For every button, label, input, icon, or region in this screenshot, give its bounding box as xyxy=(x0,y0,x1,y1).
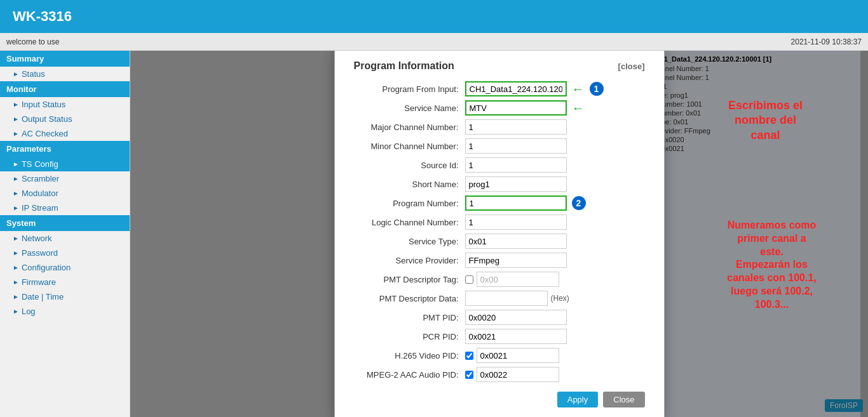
modal-close-btn[interactable]: [close] xyxy=(618,62,645,71)
sidebar-section-monitor: Monitor xyxy=(0,81,130,97)
sidebar-label-input-status: Input Status xyxy=(22,100,65,109)
input-source-id[interactable] xyxy=(465,157,567,173)
checkbox-h265-video[interactable] xyxy=(465,352,473,360)
form-row-source-id: Source Id: xyxy=(354,157,645,173)
sidebar-item-ip-stream[interactable]: ► IP Stream xyxy=(0,201,130,215)
sidebar-label-modulator: Modulator xyxy=(22,189,58,198)
label-source-id: Source Id: xyxy=(354,161,465,170)
sidebar-item-output-status[interactable]: ► Output Status xyxy=(0,112,130,126)
arrow-icon6: ► xyxy=(13,175,19,182)
input-short-name[interactable] xyxy=(465,176,567,192)
sidebar-item-ts-config[interactable]: ► TS Config xyxy=(0,157,130,171)
sidebar-item-firmware[interactable]: ► Firmware xyxy=(0,275,130,289)
modal-buttons: Apply Close xyxy=(354,392,645,407)
form-row-pmt-descriptor-data: PMT Descriptor Data: (Hex) xyxy=(354,291,645,306)
sidebar-label-ip-stream: IP Stream xyxy=(22,203,58,213)
arrow-icon3: ► xyxy=(13,116,19,122)
sidebar-label-status: Status xyxy=(22,69,45,79)
sidebar-label-ac-checked: AC Checked xyxy=(22,129,68,138)
input-program-from-input[interactable] xyxy=(465,81,567,96)
label-minor-channel: Minor Channel Number: xyxy=(354,142,465,151)
sidebar-item-ac-checked[interactable]: ► AC Checked xyxy=(0,126,130,141)
arrow-icon13: ► xyxy=(13,293,19,300)
label-service-type: Service Type: xyxy=(354,237,465,246)
form-row-major-channel: Major Channel Number: xyxy=(354,119,645,135)
input-pmt-pid[interactable] xyxy=(465,310,567,325)
app-title: WK-3316 xyxy=(13,8,72,25)
sidebar-label-output-status: Output Status xyxy=(22,114,72,124)
checkbox-pmt-descriptor-tag[interactable] xyxy=(465,275,473,284)
sidebar-item-network[interactable]: ► Network xyxy=(0,231,130,246)
label-pmt-pid: PMT PID: xyxy=(354,313,465,322)
arrow-icon14: ► xyxy=(13,308,19,315)
label-pmt-descriptor-data: PMT Descriptor Data: xyxy=(354,294,465,303)
form-row-logic-channel: Logic Channel Number: xyxy=(354,215,645,230)
form-row-h265-video-pid: H.265 Video PID: xyxy=(354,348,645,363)
sidebar: Summary ► Status Monitor ► Input Status … xyxy=(0,51,130,417)
arrow-indicator-2: ← xyxy=(572,101,585,116)
sidebar-item-modulator[interactable]: ► Modulator xyxy=(0,186,130,201)
label-short-name: Short Name: xyxy=(354,180,465,189)
sidebar-label-configuration: Configuration xyxy=(22,263,71,272)
form-row-short-name: Short Name: xyxy=(354,176,645,192)
input-service-name[interactable] xyxy=(465,100,567,116)
sidebar-item-configuration[interactable]: ► Configuration xyxy=(0,260,130,275)
input-pmt-descriptor-tag[interactable] xyxy=(477,272,559,287)
input-pmt-descriptor-data[interactable] xyxy=(465,291,548,306)
sidebar-label-network: Network xyxy=(22,234,52,243)
badge-1: 1 xyxy=(590,82,604,96)
sidebar-section-system: System xyxy=(0,215,130,231)
datetime-text: 2021-11-09 10:38:37 xyxy=(791,37,862,46)
sidebar-item-input-status[interactable]: ► Input Status xyxy=(0,97,130,112)
checkbox-mpeg2-aac[interactable] xyxy=(465,371,473,379)
label-h265-video-pid: H.265 Video PID: xyxy=(354,351,465,361)
sidebar-item-password[interactable]: ► Password xyxy=(0,246,130,260)
topbar: welcome to use 2021-11-09 10:38:37 xyxy=(0,33,868,51)
form-row-program-number: Program Number: 2 xyxy=(354,195,645,211)
label-logic-channel: Logic Channel Number: xyxy=(354,218,465,227)
apply-button[interactable]: Apply xyxy=(557,392,599,407)
label-pcr-pid: PCR PID: xyxy=(354,332,465,341)
arrow-icon5: ► xyxy=(13,161,19,168)
annotation-text-2: Numeramos comoprimer canal aeste.Empezar… xyxy=(689,219,855,312)
form-row-pcr-pid: PCR PID: xyxy=(354,329,645,344)
input-minor-channel[interactable] xyxy=(465,138,567,154)
form-row-minor-channel: Minor Channel Number: xyxy=(354,138,645,154)
form-row-pmt-descriptor-tag: PMT Descriptor Tag: xyxy=(354,272,645,287)
input-service-type[interactable] xyxy=(465,234,567,249)
input-major-channel[interactable] xyxy=(465,119,567,135)
annotation-text-1: Escribimos elnombre delcanal xyxy=(689,98,842,143)
input-program-number[interactable] xyxy=(465,195,567,211)
arrow-icon2: ► xyxy=(13,101,19,108)
sidebar-section-summary: Summary xyxy=(0,51,130,67)
form-row-program-input: Program From Input: ← 1 xyxy=(354,81,645,96)
close-button[interactable]: Close xyxy=(603,392,644,407)
label-service-name: Service Name: xyxy=(354,103,465,113)
arrow-icon9: ► xyxy=(13,235,19,242)
input-service-provider[interactable] xyxy=(465,253,567,268)
main-layout: Summary ► Status Monitor ► Input Status … xyxy=(0,51,868,417)
content-area: ► 1: D... CH1_Data1_224.120.120.2:10001 … xyxy=(130,51,868,417)
sidebar-label-log: Log xyxy=(22,307,36,316)
arrow-icon11: ► xyxy=(13,264,19,271)
sidebar-item-status[interactable]: ► Status xyxy=(0,67,130,81)
label-service-provider: Service Provider: xyxy=(354,256,465,265)
sidebar-item-log[interactable]: ► Log xyxy=(0,304,130,319)
arrow-icon12: ► xyxy=(13,279,19,286)
sidebar-item-datetime[interactable]: ► Date | Time xyxy=(0,289,130,304)
form-row-pmt-pid: PMT PID: xyxy=(354,310,645,325)
label-program-number: Program Number: xyxy=(354,199,465,208)
arrow-icon8: ► xyxy=(13,204,19,211)
sidebar-label-scrambler: Scrambler xyxy=(22,174,59,183)
form-row-service-type: Service Type: xyxy=(354,234,645,249)
welcome-text: welcome to use xyxy=(6,37,59,46)
label-major-channel: Major Channel Number: xyxy=(354,122,465,132)
form-row-service-provider: Service Provider: xyxy=(354,253,645,268)
input-mpeg2-aac-pid[interactable] xyxy=(477,367,559,382)
sidebar-item-scrambler[interactable]: ► Scrambler xyxy=(0,171,130,186)
input-logic-channel[interactable] xyxy=(465,215,567,230)
arrow-icon4: ► xyxy=(13,130,19,137)
input-pcr-pid[interactable] xyxy=(465,329,567,344)
label-program-input: Program From Input: xyxy=(354,84,465,94)
input-h265-video-pid[interactable] xyxy=(477,348,559,363)
